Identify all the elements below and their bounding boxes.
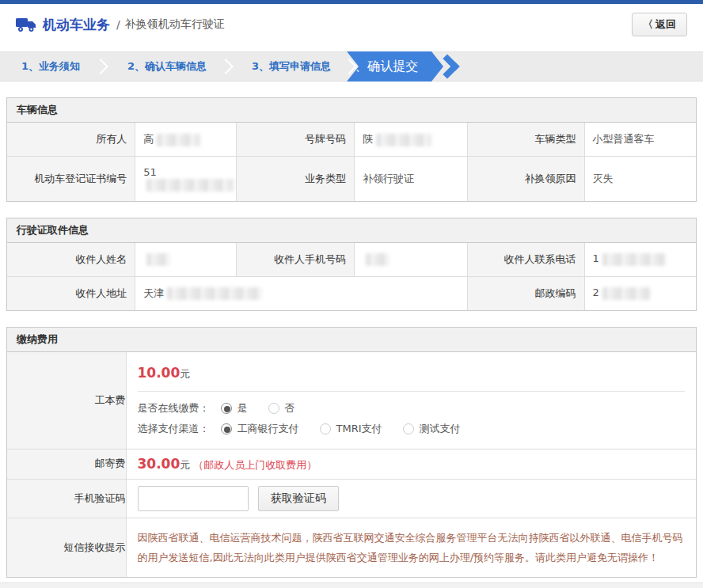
cert-no-label: 机动车登记证书编号 bbox=[7, 157, 135, 201]
work-fee-unit: 元 bbox=[180, 368, 190, 380]
radio-channel-test[interactable]: 测试支付 bbox=[403, 422, 461, 436]
owner-label: 所有人 bbox=[7, 123, 135, 157]
redacted-value bbox=[602, 287, 650, 300]
recipient-address-value: 天津 bbox=[135, 276, 467, 310]
sms-notice-cell: 因陕西省联通、电信运营商技术问题，陕西省互联网交通安全综合服务管理平台无法向持陕… bbox=[126, 518, 696, 577]
payment-table: 工本费 10.00元 是否在线缴费： 是 否 bbox=[7, 352, 696, 578]
page-header: 机动车业务 / 补换领机动车行驶证 〈返回 bbox=[0, 4, 703, 45]
plate-label: 号牌号码 bbox=[237, 123, 355, 157]
sms-code-input[interactable] bbox=[138, 486, 249, 511]
payment-channel-caption: 选择支付渠道： bbox=[138, 422, 210, 436]
table-row: 工本费 10.00元 是否在线缴费： 是 否 bbox=[7, 352, 696, 450]
main-content: 车辆信息 所有人 高 号牌号码 陕 车辆类型 小型普通客车 机动车登记证书编号 … bbox=[0, 97, 703, 578]
plate-value: 陕 bbox=[354, 123, 467, 157]
redacted-value bbox=[366, 253, 390, 266]
work-fee-label: 工本费 bbox=[7, 352, 126, 450]
cert-no-value: 51 bbox=[135, 157, 237, 201]
recipient-mobile-value bbox=[354, 243, 467, 277]
back-button-label: 返回 bbox=[656, 18, 676, 30]
tab-step-4-active[interactable]: 4、确认提交 bbox=[347, 51, 443, 82]
radio-label: 是 bbox=[238, 401, 248, 415]
redacted-value bbox=[157, 134, 200, 146]
radio-unselected-icon bbox=[268, 403, 279, 414]
vehicle-type-label: 车辆类型 bbox=[467, 123, 584, 157]
chevron-right-icon bbox=[435, 54, 459, 78]
work-fee-amount-line: 10.00元 bbox=[138, 358, 686, 383]
tab-step-1[interactable]: 1、业务须知 bbox=[0, 59, 101, 74]
tab-step-2[interactable]: 2、确认车辆信息 bbox=[108, 59, 226, 74]
table-row: 所有人 高 号牌号码 陕 车辆类型 小型普通客车 bbox=[7, 123, 696, 157]
payment-section: 缴纳费用 工本费 10.00元 是否在线缴费： 是 bbox=[6, 327, 697, 579]
payment-title: 缴纳费用 bbox=[7, 328, 696, 352]
online-payment-caption: 是否在线缴费： bbox=[138, 401, 210, 415]
work-fee-amount: 10.00 bbox=[138, 365, 180, 381]
radio-unselected-icon bbox=[403, 423, 414, 434]
table-row: 短信接收提示 因陕西省联通、电信运营商技术问题，陕西省互联网交通安全综合服务管理… bbox=[7, 518, 696, 577]
step-tabs: 1、业务须知 2、确认车辆信息 3、填写申请信息 4、确认提交 bbox=[0, 51, 703, 82]
footer-bar: 上一步 完成 bbox=[0, 582, 703, 588]
recipient-name-label: 收件人姓名 bbox=[7, 243, 135, 277]
sms-notice-label: 短信接收提示 bbox=[7, 518, 126, 577]
vehicle-info-section: 车辆信息 所有人 高 号牌号码 陕 车辆类型 小型普通客车 机动车登记证书编号 … bbox=[6, 97, 697, 202]
postage-fee-amount: 30.00 bbox=[138, 456, 180, 472]
recipient-mobile-label: 收件人手机号码 bbox=[237, 243, 355, 277]
vehicle-type-value: 小型普通客车 bbox=[584, 123, 696, 157]
radio-label: 工商银行支付 bbox=[238, 422, 299, 436]
radio-label: 否 bbox=[285, 401, 295, 415]
business-type-label: 业务类型 bbox=[237, 157, 355, 201]
recipient-address-label: 收件人地址 bbox=[7, 276, 135, 310]
redacted-value bbox=[602, 253, 666, 266]
back-button[interactable]: 〈返回 bbox=[632, 13, 687, 36]
page-title: 机动车业务 bbox=[43, 16, 110, 34]
payment-channel-row: 选择支付渠道： 工商银行支付 TMRI支付 测试支付 bbox=[138, 422, 686, 436]
postage-fee-label: 邮寄费 bbox=[7, 449, 126, 479]
radio-online-yes[interactable]: 是 bbox=[221, 401, 248, 415]
recipient-phone-label: 收件人联系电话 bbox=[467, 243, 584, 277]
owner-value: 高 bbox=[135, 123, 237, 157]
work-fee-cell: 10.00元 是否在线缴费： 是 否 bbox=[126, 352, 696, 450]
reason-label: 补换领原因 bbox=[467, 157, 584, 201]
radio-channel-tmri[interactable]: TMRI支付 bbox=[320, 422, 382, 436]
redacted-value bbox=[376, 134, 431, 146]
pickup-info-section: 行驶证取件信息 收件人姓名 收件人手机号码 收件人联系电话 1 收件人地址 天津… bbox=[6, 218, 697, 311]
truck-icon bbox=[16, 17, 36, 32]
postal-code-label: 邮政编码 bbox=[467, 276, 584, 310]
divider bbox=[138, 391, 686, 392]
table-row: 邮寄费 30.00元（邮政人员上门收取费用） bbox=[7, 449, 696, 479]
pickup-info-title: 行驶证取件信息 bbox=[7, 218, 696, 243]
reason-value: 灭失 bbox=[584, 157, 696, 201]
pickup-info-table: 收件人姓名 收件人手机号码 收件人联系电话 1 收件人地址 天津 邮政编码 2 bbox=[7, 243, 696, 310]
chevron-left-icon: 〈 bbox=[643, 18, 653, 30]
radio-online-no[interactable]: 否 bbox=[268, 401, 295, 415]
vehicle-info-title: 车辆信息 bbox=[7, 98, 696, 123]
postage-fee-cell: 30.00元（邮政人员上门收取费用） bbox=[126, 449, 696, 479]
redacted-value bbox=[167, 287, 262, 300]
postage-fee-note: （邮政人员上门收取费用） bbox=[193, 459, 317, 471]
business-type-value: 补领行驶证 bbox=[354, 157, 467, 201]
sms-notice-text: 因陕西省联通、电信运营商技术问题，陕西省互联网交通安全综合服务管理平台无法向持陕… bbox=[138, 525, 686, 571]
table-row: 机动车登记证书编号 51 业务类型 补领行驶证 补换领原因 灭失 bbox=[7, 157, 696, 201]
radio-selected-icon bbox=[221, 403, 232, 414]
radio-channel-icbc[interactable]: 工商银行支付 bbox=[221, 422, 299, 436]
radio-selected-icon bbox=[221, 423, 232, 434]
sms-code-cell: 获取验证码 bbox=[126, 479, 696, 518]
recipient-name-value bbox=[135, 243, 237, 277]
vehicle-info-table: 所有人 高 号牌号码 陕 车辆类型 小型普通客车 机动车登记证书编号 51 业务… bbox=[7, 123, 696, 201]
table-row: 手机验证码 获取验证码 bbox=[7, 479, 696, 518]
sms-code-label: 手机验证码 bbox=[7, 479, 126, 518]
table-row: 收件人姓名 收件人手机号码 收件人联系电话 1 bbox=[7, 243, 696, 277]
redacted-value bbox=[146, 253, 170, 266]
online-payment-row: 是否在线缴费： 是 否 bbox=[138, 401, 686, 415]
table-row: 收件人地址 天津 邮政编码 2 bbox=[7, 276, 696, 310]
get-code-button[interactable]: 获取验证码 bbox=[258, 486, 339, 511]
breadcrumb-subtitle: 补换领机动车行驶证 bbox=[125, 17, 225, 32]
postage-fee-unit: 元 bbox=[180, 459, 190, 471]
tab-step-3[interactable]: 3、填写申请信息 bbox=[233, 59, 350, 74]
radio-label: TMRI支付 bbox=[336, 422, 382, 436]
postal-code-value: 2 bbox=[584, 276, 696, 310]
recipient-phone-value: 1 bbox=[584, 243, 696, 277]
breadcrumb-separator: / bbox=[116, 18, 120, 31]
redacted-value bbox=[146, 179, 234, 192]
radio-unselected-icon bbox=[320, 423, 331, 434]
radio-label: 测试支付 bbox=[420, 422, 461, 436]
